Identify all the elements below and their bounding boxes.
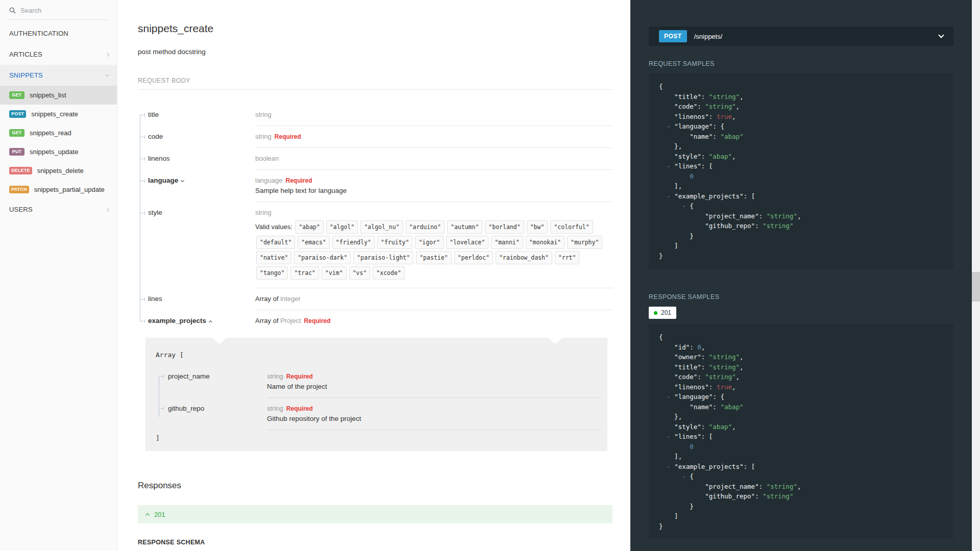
chevron-down-icon bbox=[181, 179, 184, 182]
sidebar: AUTHENTICATION ARTICLES SNIPPETS GET sni… bbox=[0, 0, 117, 551]
response-schema-label: RESPONSE SCHEMA bbox=[138, 539, 612, 546]
status-dot-icon bbox=[654, 311, 657, 315]
field-type: string bbox=[267, 405, 283, 412]
sidebar-item-authentication[interactable]: AUTHENTICATION bbox=[0, 23, 117, 44]
sidebar-item-snippets[interactable]: SNIPPETS bbox=[0, 65, 117, 86]
chevron-up-icon bbox=[145, 513, 150, 517]
enum-value-chip: "colorful" bbox=[550, 220, 593, 234]
field-row-github-repo: github_repo stringRequired Github reposi… bbox=[159, 398, 601, 430]
request-samples-label: REQUEST SAMPLES bbox=[649, 60, 953, 67]
endpoint-label: snippets_read bbox=[30, 129, 71, 137]
response-sample-code: { "id": 0, "owner": "string", "title": "… bbox=[649, 324, 953, 539]
enum-value-chip: "abap" bbox=[295, 220, 324, 234]
panel-notch bbox=[212, 338, 227, 344]
required-badge: Required bbox=[286, 177, 312, 184]
field-type: integer bbox=[280, 295, 301, 303]
panel-notch bbox=[548, 338, 562, 344]
field-type: string bbox=[267, 372, 283, 380]
endpoint-path: /snippets/ bbox=[694, 33, 723, 40]
field-row-title: title string bbox=[140, 104, 612, 126]
request-body-fields: title string code stringRequired linenos… bbox=[140, 104, 612, 332]
chevron-down-icon bbox=[105, 72, 109, 77]
enum-value-chip: "lovelace" bbox=[446, 236, 488, 249]
enum-value-chip: "friendly" bbox=[332, 236, 375, 249]
enum-value-chip: "native" bbox=[256, 251, 291, 264]
enum-value-chip: "paraiso-light" bbox=[353, 251, 413, 264]
http-method-badge: POST bbox=[659, 30, 687, 42]
endpoint-label: snippets_list bbox=[30, 91, 66, 99]
field-name-expandable[interactable]: language bbox=[140, 170, 255, 202]
sidebar-endpoint-item[interactable]: GET snippets_read bbox=[0, 123, 117, 142]
field-description: Github repository of the project bbox=[267, 415, 601, 422]
enum-value-chip: "algol" bbox=[326, 220, 358, 234]
field-name: linenos bbox=[140, 148, 255, 170]
response-sample-tab-201[interactable]: 201 bbox=[649, 307, 676, 319]
enum-value-chip: "pastie" bbox=[416, 251, 451, 264]
field-type: boolean bbox=[255, 155, 279, 162]
response-201-toggle[interactable]: 201 bbox=[138, 505, 612, 523]
field-type-prefix: Array of bbox=[255, 295, 280, 303]
enum-value-chip: "perldoc" bbox=[454, 251, 493, 264]
enum-value-chip: "algol_nu" bbox=[360, 220, 403, 234]
enum-value-chip: "rainbow_dash" bbox=[496, 251, 552, 264]
samples-panel: POST /snippets/ REQUEST SAMPLES { "title… bbox=[630, 0, 972, 551]
enum-value-chip: "bw" bbox=[527, 220, 548, 234]
http-method-badge: POST bbox=[9, 110, 26, 118]
field-row-lines: lines Array of integer bbox=[140, 288, 612, 310]
sidebar-group-label: ARTICLES bbox=[9, 51, 42, 58]
enum-value-chip: "trac" bbox=[290, 266, 319, 280]
field-name-expandable[interactable]: example_projects bbox=[140, 310, 255, 332]
sidebar-endpoint-item[interactable]: PATCH snippets_partial_update bbox=[0, 180, 117, 199]
field-name: code bbox=[140, 126, 255, 148]
endpoint-label: snippets_update bbox=[30, 148, 78, 156]
endpoint-label: snippets_partial_update bbox=[34, 186, 105, 193]
request-sample-code: { "title": "string", "code": "string", "… bbox=[649, 73, 953, 269]
field-name: github_repo bbox=[159, 398, 267, 430]
http-method-badge: PUT bbox=[9, 148, 24, 156]
page-scrollbar bbox=[972, 0, 980, 551]
enum-value-chip: "vs" bbox=[349, 266, 371, 280]
field-type: string bbox=[255, 111, 272, 118]
field-type: Project bbox=[280, 317, 301, 324]
enum-value-chip: "igor" bbox=[415, 236, 444, 249]
chevron-right-icon bbox=[105, 207, 109, 211]
responses-heading: Responses bbox=[138, 481, 612, 491]
field-type-prefix: Array of bbox=[255, 317, 280, 324]
nested-fields: project_name stringRequired Name of the … bbox=[159, 366, 601, 430]
search-box[interactable] bbox=[9, 7, 108, 20]
enum-valid-values: Valid values: "abap""algol""algol_nu""ar… bbox=[255, 219, 612, 281]
field-type: language bbox=[255, 177, 283, 184]
sidebar-item-users[interactable]: USERS bbox=[0, 199, 117, 220]
operation-description: post method docstring bbox=[138, 48, 612, 56]
enum-value-chip: "emacs" bbox=[298, 236, 329, 249]
sidebar-item-articles[interactable]: ARTICLES bbox=[0, 44, 117, 65]
sidebar-endpoint-item[interactable]: DELETE snippets_delete bbox=[0, 161, 117, 180]
array-close-bracket: ] bbox=[156, 434, 601, 442]
enum-value-chip: "autumn" bbox=[447, 220, 482, 234]
sidebar-endpoint-item[interactable]: PUT snippets_update bbox=[0, 142, 117, 161]
enum-value-chip: "vim" bbox=[322, 266, 347, 280]
response-samples-label: RESPONSE SAMPLES bbox=[649, 293, 953, 300]
enum-value-chip: "manni" bbox=[491, 236, 523, 249]
main-content: snippets_create post method docstring RE… bbox=[117, 0, 630, 551]
http-method-badge: PATCH bbox=[9, 186, 29, 193]
sidebar-endpoint-item[interactable]: POST snippets_create bbox=[0, 105, 117, 123]
search-input[interactable] bbox=[20, 7, 87, 14]
required-badge: Required bbox=[275, 133, 301, 140]
sidebar-endpoint-item[interactable]: GET snippets_list bbox=[0, 86, 117, 105]
valid-values-label: Valid values: bbox=[255, 223, 292, 231]
chevron-right-icon bbox=[105, 52, 109, 56]
sidebar-group-label: AUTHENTICATION bbox=[9, 30, 68, 37]
scrollbar-thumb[interactable] bbox=[972, 272, 980, 302]
search-icon bbox=[9, 7, 16, 14]
page-title: snippets_create bbox=[138, 22, 612, 35]
http-method-badge: GET bbox=[9, 91, 24, 99]
operation-endpoint-dropdown[interactable]: POST /snippets/ bbox=[649, 27, 953, 46]
field-description: Sample help text for language bbox=[255, 187, 612, 194]
enum-value-chip: "tango" bbox=[256, 266, 288, 280]
enum-value-chip: "borland" bbox=[485, 220, 524, 234]
required-badge: Required bbox=[286, 405, 313, 412]
field-row-language: language languageRequired Sample help te… bbox=[140, 170, 612, 202]
field-row-style: style string Valid values: "abap""algol"… bbox=[140, 202, 612, 288]
chevron-down-icon bbox=[938, 32, 944, 38]
